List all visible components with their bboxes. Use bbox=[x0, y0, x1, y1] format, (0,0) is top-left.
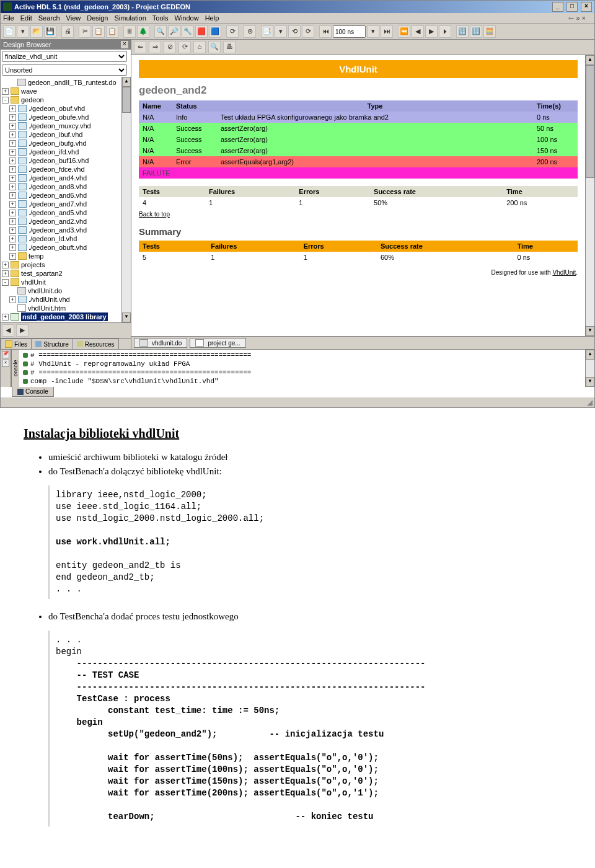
toolbar-button[interactable]: 🔢 bbox=[470, 25, 482, 38]
menubar-extra-icons[interactable]: ⇽ » × bbox=[568, 14, 586, 22]
tree-node[interactable]: +./gedeon_muxcy.vhd bbox=[2, 122, 120, 130]
design-selector[interactable]: finalize_vhdl_unit bbox=[2, 51, 127, 62]
tab-project[interactable]: project ge... bbox=[190, 338, 245, 348]
toolbar-button[interactable]: ▾ bbox=[275, 25, 287, 38]
close-button[interactable]: × bbox=[581, 2, 592, 12]
toolbar-button[interactable]: ⊛ bbox=[244, 25, 256, 38]
toolbar-button[interactable]: 🔧 bbox=[182, 25, 194, 38]
stop-icon[interactable]: ⊘ bbox=[164, 41, 176, 53]
scroll-down-icon[interactable]: ▼ bbox=[586, 377, 594, 387]
toolbar-button[interactable]: 📋 bbox=[106, 25, 118, 38]
toolbar-button[interactable]: ▾ bbox=[17, 25, 29, 38]
tree-node[interactable]: vhdlUnit.htm bbox=[2, 304, 120, 312]
tree-node[interactable]: +./gedeon_fdce.vhd bbox=[2, 165, 120, 174]
expander-icon[interactable]: + bbox=[9, 201, 16, 208]
toolbar-button[interactable]: 📑 bbox=[261, 25, 273, 38]
toolbar-button[interactable]: 📄 bbox=[3, 25, 15, 38]
sim-time-input[interactable] bbox=[333, 25, 366, 38]
tree-nav-right-icon[interactable]: ▶ bbox=[16, 324, 29, 337]
menu-window[interactable]: Window bbox=[175, 14, 199, 22]
toolbar-button[interactable]: 🌲 bbox=[137, 25, 149, 38]
tree-node[interactable]: +./gedeon_and3.vhd bbox=[2, 226, 120, 234]
tree-node[interactable]: +temp bbox=[2, 252, 120, 260]
console-output[interactable]: # ======================================… bbox=[19, 350, 585, 387]
tree-node[interactable]: +nstd_gedeon_2003 library bbox=[2, 312, 120, 321]
back-to-top-link[interactable]: Back to top bbox=[139, 208, 170, 220]
expander-icon[interactable]: + bbox=[9, 227, 16, 234]
expander-icon[interactable]: + bbox=[9, 131, 16, 138]
expander-icon[interactable]: + bbox=[9, 114, 16, 121]
toolbar-button[interactable]: 🟥 bbox=[195, 25, 208, 38]
print-icon[interactable]: 🖶 bbox=[223, 41, 236, 53]
console-scrollbar[interactable]: ▲ ▼ bbox=[585, 350, 594, 387]
tree-node[interactable]: +./gedeon_and6.vhd bbox=[2, 191, 120, 200]
menu-simulation[interactable]: Simulation bbox=[114, 14, 146, 22]
maximize-button[interactable]: □ bbox=[566, 2, 578, 12]
toolbar-button[interactable]: ◀ bbox=[412, 25, 424, 38]
panel-close-button[interactable]: × bbox=[121, 41, 128, 48]
tree-node[interactable]: vhdlUnit.do bbox=[2, 286, 120, 295]
expander-icon[interactable]: + bbox=[2, 262, 9, 268]
tree-node[interactable]: +./gedeon_ld.vhd bbox=[2, 234, 120, 243]
expander-icon[interactable]: + bbox=[9, 296, 16, 303]
search-icon[interactable]: 🔍 bbox=[208, 41, 221, 53]
expander-icon[interactable]: + bbox=[9, 236, 16, 242]
tree-nav-left-icon[interactable]: ◀ bbox=[2, 324, 14, 337]
minimize-button[interactable]: _ bbox=[552, 2, 563, 12]
scroll-thumb[interactable] bbox=[122, 87, 131, 113]
toolbar-button[interactable]: 🧮 bbox=[483, 25, 496, 38]
expander-icon[interactable]: + bbox=[9, 140, 16, 147]
tab-files[interactable]: Files bbox=[1, 339, 32, 349]
tree-node[interactable]: +./vhdlUnit.vhd bbox=[2, 295, 120, 304]
tree-node[interactable]: +./gedeon_and5.vhd bbox=[2, 208, 120, 217]
menu-file[interactable]: File bbox=[3, 14, 14, 22]
nav-back-icon[interactable]: ⇐ bbox=[134, 41, 146, 53]
tree-node[interactable]: +./gedeon_and2.vhd bbox=[2, 217, 120, 226]
tree-node[interactable]: +./gedeon_obuft.vhd bbox=[2, 243, 120, 252]
tree-node[interactable]: +./gedeon_and8.vhd bbox=[2, 182, 120, 191]
scroll-down-icon[interactable]: ▼ bbox=[122, 312, 131, 322]
tree-node[interactable]: +./gedeon_buf16.vhd bbox=[2, 156, 120, 165]
file-tree[interactable]: gedeon_andII_TB_runtest.do+wave-gedeon+.… bbox=[1, 77, 121, 322]
expander-icon[interactable]: + bbox=[2, 314, 9, 321]
expander-icon[interactable]: - bbox=[2, 279, 9, 286]
menu-search[interactable]: Search bbox=[38, 14, 60, 22]
menu-edit[interactable]: Edit bbox=[20, 14, 32, 22]
scroll-down-icon[interactable]: ▼ bbox=[586, 326, 594, 336]
expander-icon[interactable]: + bbox=[2, 88, 9, 95]
menu-design[interactable]: Design bbox=[87, 14, 108, 22]
tree-node[interactable]: +test_spartan2 bbox=[2, 269, 120, 278]
tree-node[interactable]: +./gedeon_ifd.vhd bbox=[2, 148, 120, 156]
toolbar-button[interactable]: ⟳ bbox=[226, 25, 239, 38]
nav-fwd-icon[interactable]: ⇒ bbox=[149, 41, 161, 53]
expander-icon[interactable]: + bbox=[9, 123, 16, 130]
expander-icon[interactable]: - bbox=[2, 97, 9, 104]
doc-scrollbar[interactable]: ▲ ▼ bbox=[585, 55, 594, 336]
expander-icon[interactable]: + bbox=[9, 253, 16, 260]
toolbar-button[interactable]: ▶ bbox=[425, 25, 438, 38]
toolbar-button[interactable]: 🔍 bbox=[154, 25, 167, 38]
console-pin-icon[interactable]: 📌 bbox=[2, 351, 9, 358]
tree-node[interactable]: +./gedeon_and4.vhd bbox=[2, 174, 120, 182]
toolbar-button[interactable]: ⏵ bbox=[439, 25, 451, 38]
menu-view[interactable]: View bbox=[66, 14, 81, 22]
tab-resources[interactable]: Resources bbox=[73, 339, 119, 349]
expander-icon[interactable]: + bbox=[9, 184, 16, 190]
toolbar-button[interactable]: ⏮ bbox=[319, 25, 332, 38]
scroll-up-icon[interactable]: ▲ bbox=[586, 55, 594, 65]
toolbar-button[interactable]: 🔢 bbox=[456, 25, 469, 38]
tree-node[interactable]: +wave bbox=[2, 87, 120, 95]
tree-node[interactable]: +projects bbox=[2, 260, 120, 269]
footer-link[interactable]: VhdlUnit bbox=[552, 269, 576, 276]
home-icon[interactable]: ⌂ bbox=[193, 41, 206, 53]
tree-node[interactable]: gedeon_andII_TB_runtest.do bbox=[2, 78, 120, 87]
tree-node[interactable]: +./gedeon_ibuf.vhd bbox=[2, 130, 120, 139]
sort-selector[interactable]: Unsorted bbox=[2, 64, 127, 76]
toolbar-button[interactable]: ⟲ bbox=[288, 25, 301, 38]
menu-tools[interactable]: Tools bbox=[152, 14, 169, 22]
expander-icon[interactable]: + bbox=[9, 192, 16, 199]
toolbar-button[interactable]: ⟳ bbox=[302, 25, 314, 38]
tree-node[interactable]: +./gedeon_obuf.vhd bbox=[2, 104, 120, 113]
toolbar-button[interactable]: 🔎 bbox=[168, 25, 180, 38]
expander-icon[interactable]: + bbox=[9, 244, 16, 251]
